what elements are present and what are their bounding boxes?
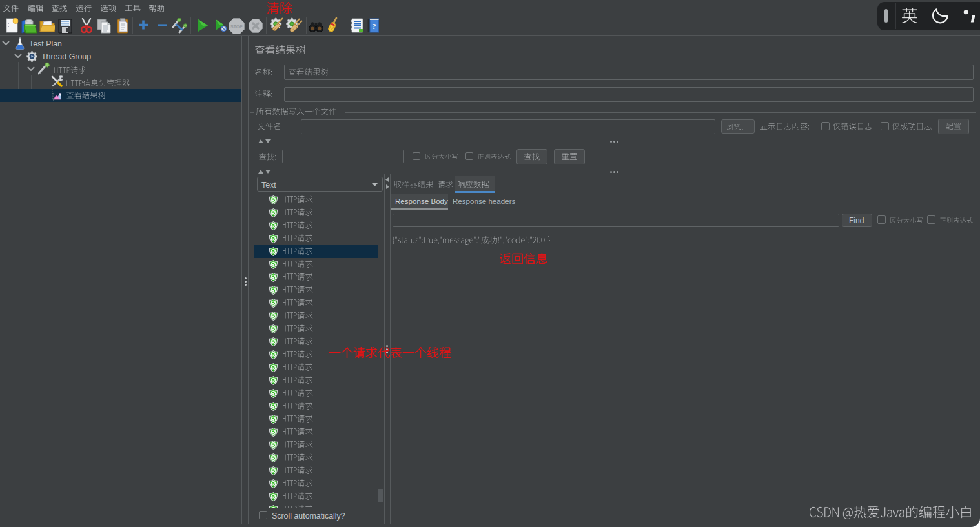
svg-text:?: ? — [372, 21, 376, 31]
svg-text:STOP: STOP — [230, 25, 243, 29]
